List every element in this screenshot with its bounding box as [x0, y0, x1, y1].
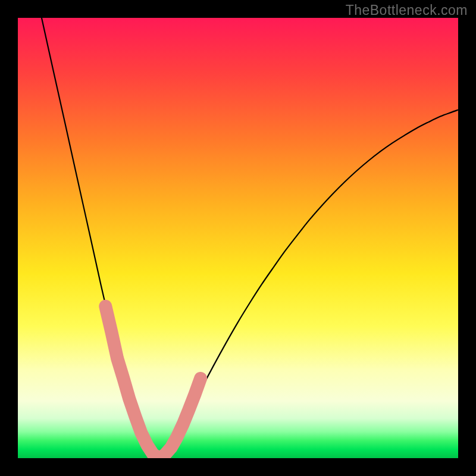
chart-overlay	[18, 18, 458, 458]
frame: TheBottleneck.com	[0, 0, 476, 476]
highlight-dots	[105, 306, 201, 458]
watermark-text: TheBottleneck.com	[346, 2, 468, 18]
bottleneck-curve	[42, 18, 458, 458]
